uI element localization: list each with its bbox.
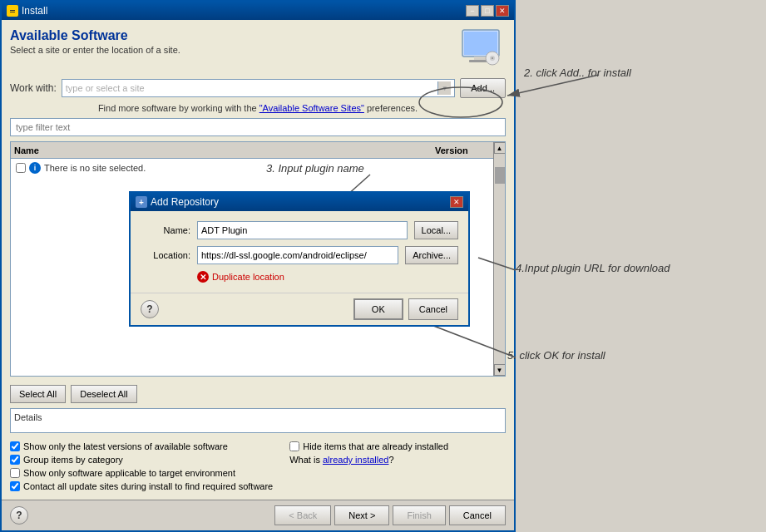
- error-icon: ✕: [197, 271, 209, 283]
- window-icon: [7, 5, 18, 17]
- dialog-name-row: Name: Local...: [141, 221, 458, 239]
- annotation-step4: 4.Input plugin URL for download: [516, 262, 670, 274]
- dialog-content: Name: Local... Location: Archive... ✕ Du…: [131, 211, 468, 293]
- table-col-name: Name: [14, 145, 435, 155]
- work-with-row: Work with: type or select a site ▼ Add..…: [10, 78, 506, 98]
- show-applicable-label: Show only software applicable to target …: [23, 468, 235, 478]
- contact-update-sites-label: Contact all update sites during install …: [23, 481, 273, 491]
- combo-placeholder: type or select a site: [66, 83, 145, 93]
- scroll-thumb[interactable]: [495, 167, 505, 184]
- svg-rect-1: [10, 10, 15, 11]
- scroll-up-icon[interactable]: ▲: [494, 142, 506, 154]
- dialog-help-button[interactable]: ?: [141, 300, 159, 318]
- dialog-bottom: ? OK Cancel: [131, 293, 468, 325]
- select-row: Select All Deselect All: [10, 385, 506, 403]
- close-button[interactable]: ✕: [496, 5, 509, 17]
- info-icon: i: [29, 162, 41, 174]
- scroll-down-icon[interactable]: ▼: [494, 364, 506, 376]
- header-icon: [456, 28, 506, 70]
- dialog-title-left: + Add Repository: [136, 196, 219, 208]
- contact-update-sites-checkbox-row: Contact all update sites during install …: [10, 481, 273, 491]
- dialog-close-button[interactable]: ✕: [450, 196, 463, 208]
- svg-text:+: +: [139, 198, 144, 207]
- dialog-cancel-button[interactable]: Cancel: [408, 298, 458, 320]
- show-latest-label: Show only the latest versions of availab…: [23, 441, 228, 451]
- hide-installed-checkbox[interactable]: [289, 441, 299, 451]
- archive-button[interactable]: Archive...: [405, 246, 458, 264]
- details-section: Details: [10, 408, 506, 433]
- group-by-category-label: Group items by category: [23, 455, 123, 465]
- dialog-name-input[interactable]: [197, 221, 408, 239]
- dialog-title-icon: +: [136, 196, 147, 208]
- checkbox-col-left: Show only the latest versions of availab…: [10, 441, 273, 491]
- title-bar: Install − □ ✕: [2, 2, 514, 20]
- dialog-action-buttons: OK Cancel: [353, 298, 458, 320]
- table-header: Name Version: [11, 142, 505, 159]
- software-sites-row: Find more software by working with the "…: [10, 103, 506, 113]
- available-software-sites-link[interactable]: "Available Software Sites": [259, 103, 364, 113]
- dialog-location-label: Location:: [141, 250, 190, 260]
- contact-update-sites-checkbox[interactable]: [10, 481, 20, 491]
- table-row-checkbox[interactable]: [16, 163, 26, 173]
- dialog-name-label: Name:: [141, 225, 190, 235]
- hide-installed-checkbox-row: Hide items that are already installed: [289, 441, 448, 451]
- work-with-label: Work with:: [10, 82, 57, 94]
- annotation-step3: 3. Input plugin name: [266, 162, 364, 175]
- next-button[interactable]: Next >: [334, 505, 389, 525]
- work-with-combo[interactable]: type or select a site ▼: [62, 79, 455, 97]
- page-title: Available Software: [10, 28, 180, 43]
- annotation-step2: 2. click Add.. for install: [524, 66, 631, 79]
- local-button[interactable]: Local...: [414, 221, 458, 239]
- checkbox-group: Show only the latest versions of availab…: [10, 441, 506, 491]
- already-installed-row: What is already installed?: [289, 455, 448, 465]
- show-latest-checkbox-row: Show only the latest versions of availab…: [10, 441, 273, 451]
- page-subtitle: Select a site or enter the location of a…: [10, 45, 180, 55]
- show-applicable-checkbox-row: Show only software applicable to target …: [10, 468, 273, 478]
- checkbox-col-right: Hide items that are already installed Wh…: [289, 441, 448, 491]
- dialog-title-bar: + Add Repository ✕: [131, 193, 468, 211]
- combo-arrow-icon[interactable]: ▼: [437, 81, 451, 95]
- group-by-category-checkbox[interactable]: [10, 455, 20, 465]
- ok-button[interactable]: OK: [353, 298, 403, 320]
- select-all-button[interactable]: Select All: [10, 385, 66, 403]
- error-row: ✕ Duplicate location: [141, 271, 458, 283]
- deselect-all-button[interactable]: Deselect All: [71, 385, 136, 403]
- table-col-version: Version: [435, 145, 502, 155]
- back-button[interactable]: < Back: [274, 505, 331, 525]
- cancel-button[interactable]: Cancel: [449, 505, 506, 525]
- svg-point-9: [492, 57, 493, 59]
- bottom-bar: ? < Back Next > Finish Cancel: [2, 500, 514, 530]
- page-header-text: Available Software Select a site or ente…: [10, 28, 180, 55]
- add-button[interactable]: Add...: [460, 78, 506, 98]
- show-latest-checkbox[interactable]: [10, 441, 20, 451]
- maximize-button[interactable]: □: [481, 5, 494, 17]
- svg-rect-2: [10, 12, 15, 12]
- nav-buttons: < Back Next > Finish Cancel: [274, 505, 506, 525]
- dialog-title-text: Add Repository: [151, 196, 219, 208]
- dialog-location-input[interactable]: [197, 246, 398, 264]
- hide-installed-label: Hide items that are already installed: [303, 441, 448, 451]
- title-bar-buttons: − □ ✕: [466, 5, 509, 17]
- already-installed-link[interactable]: already installed: [323, 455, 389, 465]
- show-applicable-checkbox[interactable]: [10, 468, 20, 478]
- help-button[interactable]: ?: [10, 506, 28, 525]
- checkbox-section: Show only the latest versions of availab…: [10, 441, 506, 491]
- title-bar-left: Install: [7, 5, 47, 17]
- filter-input[interactable]: [10, 118, 506, 136]
- annotation-step5: 5. click OK for install: [507, 349, 605, 362]
- minimize-button[interactable]: −: [466, 5, 479, 17]
- table-scrollbar[interactable]: ▲ ▼: [493, 142, 505, 376]
- error-text: Duplicate location: [212, 272, 284, 282]
- add-repository-dialog: + Add Repository ✕ Name: Local... Locati…: [129, 191, 470, 327]
- table-no-site-row: i There is no site selected.: [11, 159, 505, 177]
- dialog-location-row: Location: Archive...: [141, 246, 458, 264]
- window-title: Install: [22, 5, 47, 17]
- finish-button[interactable]: Finish: [393, 505, 445, 525]
- no-site-text: There is no site selected.: [44, 163, 146, 173]
- group-by-category-checkbox-row: Group items by category: [10, 455, 273, 465]
- details-label: Details: [14, 412, 42, 422]
- page-header: Available Software Select a site or ente…: [10, 28, 506, 70]
